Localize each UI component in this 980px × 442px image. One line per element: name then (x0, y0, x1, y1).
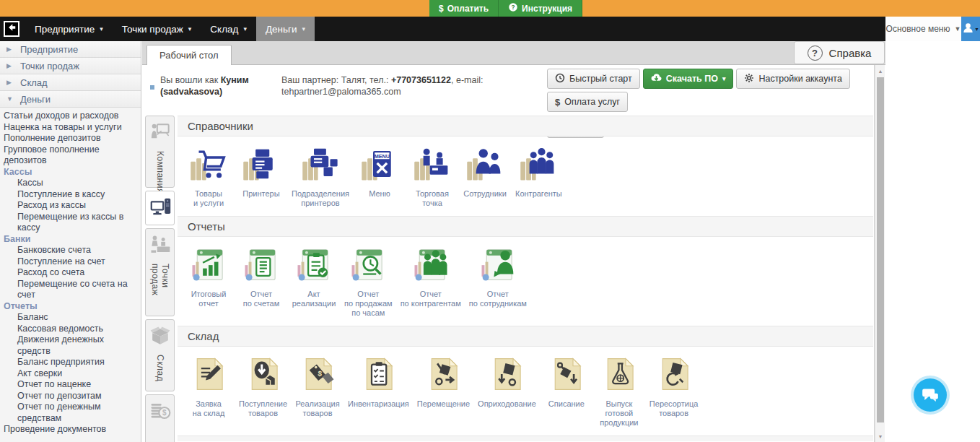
account-settings-button[interactable]: Настройки аккаунта (736, 69, 849, 89)
vertical-tab-label: Точки продаж (150, 264, 170, 316)
sidebar-section-warehouse[interactable]: ▶Склад (0, 74, 141, 91)
section-title: Склад (178, 326, 873, 347)
sidebar-item[interactable]: Поступление в кассу (1, 189, 139, 201)
launcher-tile[interactable]: Торговая точка (410, 144, 455, 208)
partners-icon (519, 144, 558, 186)
chevron-right-icon: ▶ (6, 62, 12, 69)
main-menu-dropdown[interactable]: Основное меню ▼ (885, 17, 961, 41)
launcher-tile[interactable]: Отчет по продажам по часам (344, 245, 393, 318)
support-chat-button[interactable] (911, 376, 950, 415)
sidebar-item[interactable]: Баланс предприятия (1, 357, 139, 368)
menu-item-warehouse[interactable]: Склад▾ (201, 17, 256, 41)
svg-text:$: $ (162, 409, 167, 417)
writeoff-icon (547, 355, 586, 396)
sidebar-item[interactable]: Расход со счета (1, 267, 139, 279)
launcher-tile[interactable]: Инвентаризация (348, 355, 409, 409)
sidebar-item[interactable]: Проведение документов (1, 424, 139, 436)
vertical-tab-company[interactable]: Компания (145, 116, 175, 188)
quick-start-button[interactable]: Быстрый старт (547, 69, 640, 89)
launcher-tile[interactable]: Пересортица товаров (649, 355, 698, 418)
launcher-tile[interactable]: Заявка на склад (186, 355, 231, 418)
instruction-button[interactable]: ?Инструкция (499, 0, 582, 17)
sidebar-item[interactable]: Перемещение из кассы в кассу (1, 212, 139, 234)
scroll-up-arrow[interactable]: ▲ (875, 65, 885, 77)
sidebar-section-money[interactable]: ▼Деньги (0, 91, 141, 108)
user-menu-button[interactable]: ▾ (961, 17, 980, 41)
launcher-tile[interactable]: Товары и услуги (186, 144, 231, 208)
vertical-tab-warehouse[interactable]: Склад (145, 319, 175, 391)
vertical-tab-desktop[interactable] (145, 191, 175, 225)
sidebar-item[interactable]: Пополнение депозитов (1, 133, 139, 144)
vertical-tab-pos[interactable]: Точки продаж (145, 228, 175, 316)
tile-label: Меню (369, 189, 390, 199)
sidebar-item[interactable]: Расход из кассы (1, 200, 139, 212)
menu-item-pos[interactable]: Точки продаж▾ (113, 17, 201, 41)
launcher-tile[interactable]: Итоговый отчет (186, 245, 231, 308)
scrollbar-thumb[interactable] (877, 77, 884, 422)
vertical-tabs: КомпанияТочки продажСклад$ (145, 116, 175, 442)
launcher-tile[interactable]: Отчет по сотрудникам (469, 245, 527, 308)
hourly-sales-icon (349, 245, 388, 287)
chevron-down-icon: ▾ (722, 75, 726, 82)
launcher-tile[interactable]: Сотрудники (463, 144, 507, 199)
sidebar-item[interactable]: Акт сверки (1, 368, 139, 380)
sidebar-item[interactable]: Движения денежных средств (1, 334, 139, 357)
menu-item-enterprise[interactable]: Предприятие▾ (25, 17, 113, 41)
goods-receipt-icon (244, 355, 283, 396)
sidebar-item[interactable]: Наценка на товары и услуги (1, 122, 139, 134)
launcher-tile[interactable]: Перемещение (417, 355, 470, 409)
sidebar-item[interactable]: Отчет по наценке (1, 379, 139, 391)
menu-item-label: Предприятие (35, 24, 95, 35)
launcher-tile[interactable]: Принтеры (239, 144, 284, 199)
sidebar-item[interactable]: Отчет по денежным средствам (1, 402, 139, 424)
launcher-tile[interactable]: Контрагенты (515, 144, 562, 199)
chevron-down-icon: ▼ (6, 95, 12, 103)
tab-label: Рабочий стол (159, 50, 219, 61)
money-coins-icon: $ (149, 400, 171, 425)
scroll-down-arrow[interactable]: ▼ (875, 430, 885, 442)
help-button[interactable]: ? Справка (794, 41, 885, 64)
chevron-right-icon: ▶ (6, 79, 12, 86)
pay-services-button[interactable]: $Оплата услуг (547, 92, 628, 112)
back-button[interactable] (4, 21, 19, 37)
sidebar-item[interactable]: Кассы (1, 178, 139, 189)
warehouse-box-icon (149, 325, 171, 350)
launcher-tile[interactable]: MENUМеню (357, 144, 402, 199)
launcher-tile[interactable]: Оприходование (478, 355, 536, 409)
sidebar-item[interactable]: Поступление на счет (1, 256, 139, 268)
launcher-tile[interactable]: Отчет по счетам (239, 245, 284, 308)
pay-button[interactable]: $Оплатить (429, 0, 499, 17)
sidebar-item[interactable]: Перемещение со счета на счет (1, 279, 139, 301)
sidebar-section-enterprise[interactable]: ▶Предприятие (0, 41, 141, 58)
sidebar-item[interactable]: Кассы (1, 167, 139, 178)
sidebar-item[interactable]: Групповое пополнение депозитов (1, 144, 139, 167)
vertical-tab-money[interactable]: $ (145, 394, 175, 442)
menu-item-money[interactable]: Деньги▾ (256, 17, 315, 41)
sidebar-item[interactable]: Отчеты (1, 301, 139, 313)
section: ОтчетыИтоговый отчетОтчет по счетамАкт р… (178, 216, 873, 319)
tile-label: Выпуск готовой продукции (600, 399, 638, 428)
vertical-tab-label: Склад (155, 355, 165, 381)
launcher-tile[interactable]: $Реализация товаров (295, 355, 340, 418)
tile-row: Итоговый отчетОтчет по счетамАкт реализа… (178, 237, 873, 319)
sidebar-item[interactable]: Статьи доходов и расходов (1, 110, 139, 122)
launcher-tile[interactable]: Выпуск готовой продукции (597, 355, 642, 428)
sidebar-item[interactable]: Отчет по депозитам (1, 391, 139, 402)
sidebar-item[interactable]: Баланс (1, 312, 139, 324)
launcher-tile[interactable]: Списание (544, 355, 589, 409)
sidebar-item[interactable]: Кассовая ведомость (1, 324, 139, 335)
button-label: Настройки аккаунта (758, 74, 841, 84)
tab-desktop[interactable]: Рабочий стол (146, 45, 232, 65)
launcher-tile[interactable]: Отчет по контрагентам (401, 245, 461, 308)
launcher-tile[interactable]: Акт реализации (292, 245, 336, 308)
launcher-tile[interactable]: Подразделения принтеров (292, 144, 349, 208)
sidebar-section-pos[interactable]: ▶Точки продаж (0, 58, 141, 74)
launcher-tile[interactable]: Поступление товаров (239, 355, 287, 418)
download-software-button[interactable]: Скачать ПО▾ (643, 69, 734, 89)
login-prefix: Вы вошли как (160, 75, 218, 85)
inventory-icon (359, 355, 398, 396)
sidebar-section-label: Точки продаж (20, 61, 79, 72)
sidebar-item[interactable]: Банки (1, 234, 139, 246)
company-presentation-icon (149, 121, 171, 146)
sidebar-item[interactable]: Банковские счета (1, 245, 139, 256)
